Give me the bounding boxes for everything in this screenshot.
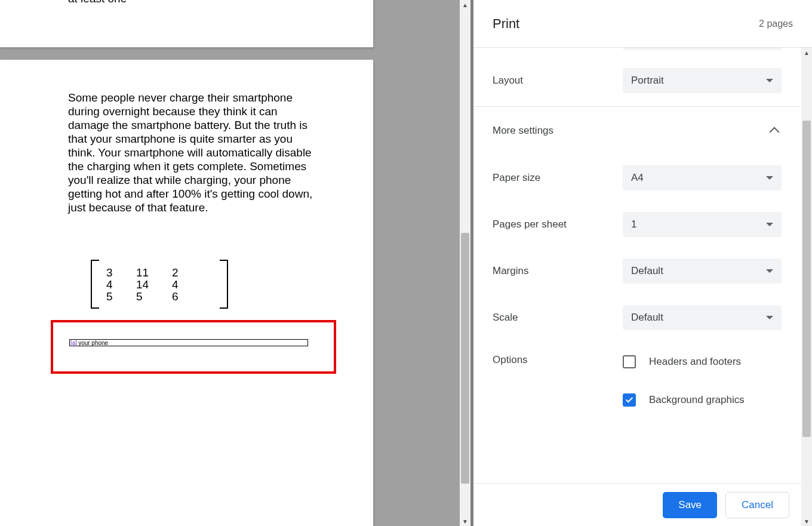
pages-per-sheet-row: Pages per sheet 1 <box>473 201 801 248</box>
preview-scroll-thumb[interactable] <box>461 233 469 484</box>
options-row: Options Headers and footers Background g… <box>473 341 801 421</box>
matrix-cell: 5 <box>136 291 172 303</box>
margins-label: Margins <box>493 265 623 277</box>
highlight-annotation <box>51 320 336 374</box>
panel-footer: Save Cancel <box>473 483 801 526</box>
panel-scroll-thumb[interactable] <box>802 121 811 437</box>
chevron-up-icon <box>770 127 780 137</box>
options-label: Options <box>493 352 623 366</box>
cancel-button[interactable]: Cancel <box>725 492 789 518</box>
layout-row: Layout Portrait <box>473 57 801 104</box>
scroll-up-icon[interactable]: ▲ <box>801 48 812 57</box>
paper-size-label: Paper size <box>493 172 623 184</box>
print-settings-panel: Print 2 pages Layout Portrait More setti… <box>473 0 812 526</box>
matrix-cell: 4 <box>172 279 202 291</box>
scroll-down-icon[interactable]: ▼ <box>460 516 470 526</box>
paper-size-row: Paper size A4 <box>473 155 801 201</box>
matrix-cell: 5 <box>106 291 136 303</box>
matrix-cell: 6 <box>172 291 202 303</box>
page2-body-text: Some people never charge their smartphon… <box>68 91 313 214</box>
layout-value: Portrait <box>631 75 664 87</box>
previous-select-bottom[interactable] <box>623 48 782 50</box>
scale-select[interactable]: Default <box>623 305 782 330</box>
scroll-down-icon[interactable]: ▼ <box>801 516 812 526</box>
headers-footers-option[interactable]: Headers and footers <box>623 352 782 372</box>
panel-header: Print 2 pages <box>473 0 812 48</box>
scroll-up-icon[interactable]: ▲ <box>460 0 470 10</box>
pages-per-sheet-label: Pages per sheet <box>493 219 623 230</box>
right-bracket-icon <box>220 260 228 309</box>
background-graphics-label: Background graphics <box>649 394 745 406</box>
margins-value: Default <box>631 265 663 277</box>
headers-footers-label: Headers and footers <box>649 356 741 368</box>
background-graphics-checkbox[interactable] <box>623 393 636 407</box>
matrix-cell: 4 <box>106 279 136 291</box>
paper-size-value: A4 <box>631 172 644 184</box>
save-button[interactable]: Save <box>663 492 717 518</box>
matrix-equation: 3 11 2 4 14 4 5 5 6 <box>91 260 228 310</box>
chevron-down-icon <box>766 176 773 180</box>
comment-footnote: [a] your phone <box>69 339 308 346</box>
scale-value: Default <box>631 312 663 324</box>
chevron-down-icon <box>766 269 773 273</box>
matrix-cells: 3 11 2 4 14 4 5 5 6 <box>106 267 202 303</box>
preview-scrollbar[interactable]: ▲ ▼ <box>460 0 470 526</box>
page1-body-text: phone is a machine and it needs some res… <box>68 0 313 5</box>
background-graphics-option[interactable]: Background graphics <box>623 390 782 410</box>
matrix-cell: 3 <box>106 267 136 279</box>
print-preview-area: phone is a machine and it needs some res… <box>0 0 473 526</box>
panel-body: Layout Portrait More settings Paper size <box>473 48 812 526</box>
scale-row: Scale Default <box>473 294 801 341</box>
preview-page-1: phone is a machine and it needs some res… <box>0 0 374 48</box>
layout-label: Layout <box>493 75 623 87</box>
left-bracket-icon <box>91 260 99 309</box>
margins-row: Margins Default <box>473 248 801 294</box>
preview-page-2: Some people never charge their smartphon… <box>0 60 374 526</box>
margins-select[interactable]: Default <box>623 259 782 284</box>
panel-title: Print <box>493 16 519 32</box>
headers-footers-checkbox[interactable] <box>623 355 636 368</box>
chevron-down-icon <box>766 79 773 82</box>
comment-text: your phone <box>78 340 108 346</box>
settings-scroll: Layout Portrait More settings Paper size <box>473 48 801 526</box>
matrix-cell: 14 <box>136 279 172 291</box>
preview-background: phone is a machine and it needs some res… <box>0 0 460 526</box>
checkmark-icon <box>626 395 633 402</box>
pages-per-sheet-select[interactable]: 1 <box>623 212 782 237</box>
matrix-cell: 2 <box>172 267 202 279</box>
more-settings-toggle[interactable]: More settings <box>473 107 801 155</box>
scale-label: Scale <box>493 312 623 324</box>
pages-per-sheet-value: 1 <box>631 219 636 230</box>
panel-scrollbar[interactable]: ▲ ▼ <box>801 48 812 526</box>
page-count: 2 pages <box>759 19 793 29</box>
layout-select[interactable]: Portrait <box>623 68 782 93</box>
comment-marker: [a] <box>70 340 78 346</box>
matrix-cell: 11 <box>136 267 172 279</box>
chevron-down-icon <box>766 223 773 226</box>
more-settings-label: More settings <box>493 125 553 137</box>
chevron-down-icon <box>766 316 773 319</box>
paper-size-select[interactable]: A4 <box>623 165 782 190</box>
